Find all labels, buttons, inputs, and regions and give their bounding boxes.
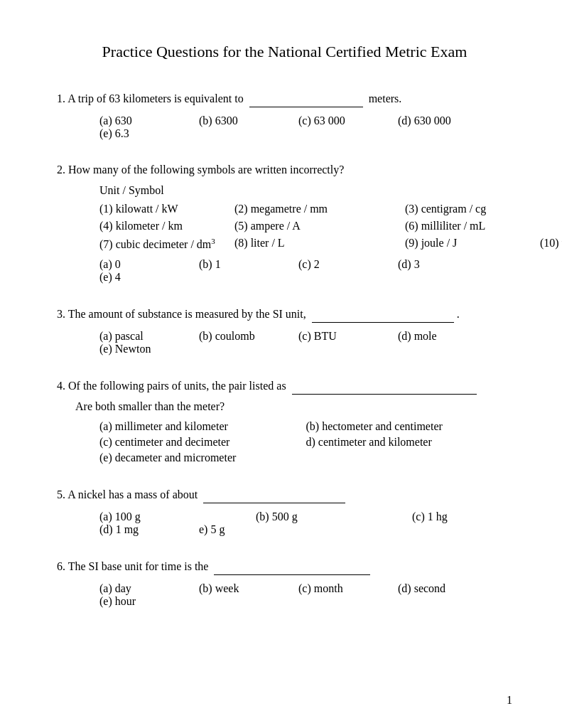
q4-opt-d: d) centimeter and kilometer (306, 436, 513, 449)
q6-header: 6. The SI base unit for time is the (57, 557, 512, 575)
question-3: 3. The amount of substance is measured b… (57, 305, 512, 355)
q4-opt-e: (e) decameter and micrometer (99, 451, 306, 464)
q3-blank (312, 305, 454, 323)
q1-b: (b) 6300 (199, 114, 284, 127)
q1-answers: (a) 630 (b) 6300 (c) 63 000 (d) 630 000 … (99, 114, 512, 140)
q5-c: (c) 1 hg (412, 510, 497, 523)
q1-answer-row: (a) 630 (b) 6300 (c) 63 000 (d) 630 000 … (99, 114, 512, 140)
q3-a: (a) pascal (99, 330, 185, 343)
q2-sym6: (6) milliliter / mL (405, 220, 540, 232)
q3-text: The amount of substance is measured by t… (68, 308, 460, 320)
q5-blank (203, 486, 345, 503)
q4-options: (a) millimeter and kilometer (b) hectome… (99, 420, 512, 464)
q5-d: (d) 1 mg (99, 523, 185, 536)
q2-b: (b) 1 (199, 258, 284, 271)
q4-options-grid: (a) millimeter and kilometer (b) hectome… (99, 420, 512, 464)
q5-text: A nickel has a mass of about (67, 488, 348, 500)
q4-line2: Are both smaller than the meter? (75, 400, 512, 413)
page-title: Practice Questions for the National Cert… (57, 43, 512, 61)
q2-e: (e) 4 (99, 271, 185, 284)
q2-answers: (a) 0 (b) 1 (c) 2 (d) 3 (e) 4 (99, 258, 512, 284)
q2-sym10: (10) watt / W (540, 237, 562, 251)
page-number: 1 (507, 694, 512, 707)
q1-blank (249, 90, 363, 107)
q4-opt-c: (c) centimeter and decimeter (99, 436, 306, 449)
q1-text: A trip of 63 kilometers is equivalent to… (67, 92, 401, 105)
q4-header: 4. Of the following pairs of units, the … (57, 377, 512, 395)
q3-header: 3. The amount of substance is measured b… (57, 305, 512, 323)
q2-sym3: (3) centigram / cg (405, 203, 540, 215)
q6-answers: (a) day (b) week (c) month (d) second (e… (99, 582, 512, 608)
q6-text: The SI base unit for time is the (68, 560, 374, 572)
question-5: 5. A nickel has a mass of about (a) 100 … (57, 486, 512, 536)
q2-sym-row3: (7) cubic decimeter / dm3 (8) liter / L … (99, 237, 512, 251)
q2-a: (a) 0 (99, 258, 185, 271)
question-6: 6. The SI base unit for time is the (a) … (57, 557, 512, 608)
q3-e: (e) Newton (99, 343, 185, 355)
q5-answer-row: (a) 100 g (b) 500 g (c) 1 hg (d) 1 mg e)… (99, 510, 512, 536)
q1-c: (c) 63 000 (298, 114, 384, 127)
q1-number: 1. (57, 92, 65, 105)
q6-answer-row: (a) day (b) week (c) month (d) second (e… (99, 582, 512, 608)
q6-e: (e) hour (99, 595, 185, 608)
q4-number: 4. (57, 380, 65, 392)
q2-sym5: (5) ampere / A (234, 220, 405, 232)
q1-a: (a) 630 (99, 114, 185, 127)
q3-c: (c) BTU (298, 330, 384, 343)
question-4: 4. Of the following pairs of units, the … (57, 377, 512, 464)
q1-header: 1. A trip of 63 kilometers is equivalent… (57, 90, 512, 107)
q2-sym-row2: (4) kilometer / km (5) ampere / A (6) mi… (99, 220, 512, 232)
q4-blank (292, 377, 477, 395)
q2-sym1: (1) kilowatt / kW (99, 203, 234, 215)
q3-number: 3. (57, 308, 65, 320)
q4-opt-a: (a) millimeter and kilometer (99, 420, 306, 433)
question-2: 2. How many of the following symbols are… (57, 161, 512, 284)
q1-d: (d) 630 000 (398, 114, 483, 127)
q6-a: (a) day (99, 582, 185, 595)
q2-d: (d) 3 (398, 258, 483, 271)
q3-d: (d) mole (398, 330, 483, 343)
q6-d: (d) second (398, 582, 483, 595)
q2-sublabel: Unit / Symbol (99, 184, 512, 197)
q4-opt-b: (b) hectometer and centimeter (306, 420, 513, 433)
q3-answer-row: (a) pascal (b) coulomb (c) BTU (d) mole … (99, 330, 512, 355)
q2-sym7: (7) cubic decimeter / dm3 (99, 237, 234, 251)
q4-text: Of the following pairs of units, the pai… (68, 380, 480, 392)
q2-sym4: (4) kilometer / km (99, 220, 234, 232)
q2-sym9: (9) joule / J (405, 237, 540, 251)
q5-header: 5. A nickel has a mass of about (57, 486, 512, 503)
q2-text: How many of the following symbols are wr… (68, 164, 344, 176)
q5-e: e) 5 g (199, 523, 284, 536)
q2-header: 2. How many of the following symbols are… (57, 161, 512, 178)
q2-number: 2. (57, 164, 65, 176)
q3-b: (b) coulomb (199, 330, 284, 343)
q6-blank (214, 557, 370, 575)
q5-a: (a) 100 g (99, 510, 242, 523)
question-1: 1. A trip of 63 kilometers is equivalent… (57, 90, 512, 140)
q6-number: 6. (57, 560, 65, 572)
q2-c: (c) 2 (298, 258, 384, 271)
q2-sym8: (8) liter / L (234, 237, 405, 251)
q6-c: (c) month (298, 582, 384, 595)
q5-answers: (a) 100 g (b) 500 g (c) 1 hg (d) 1 mg e)… (99, 510, 512, 536)
q6-b: (b) week (199, 582, 284, 595)
q5-b: (b) 500 g (256, 510, 398, 523)
q5-number: 5. (57, 488, 65, 500)
q1-e: (e) 6.3 (99, 127, 185, 140)
q3-answers: (a) pascal (b) coulomb (c) BTU (d) mole … (99, 330, 512, 355)
q2-sym2: (2) megametre / mm (234, 203, 405, 215)
q2-sym-row1: (1) kilowatt / kW (2) megametre / mm (3)… (99, 203, 512, 215)
q2-symbols: (1) kilowatt / kW (2) megametre / mm (3)… (99, 203, 512, 251)
q2-answer-row: (a) 0 (b) 1 (c) 2 (d) 3 (e) 4 (99, 258, 512, 284)
